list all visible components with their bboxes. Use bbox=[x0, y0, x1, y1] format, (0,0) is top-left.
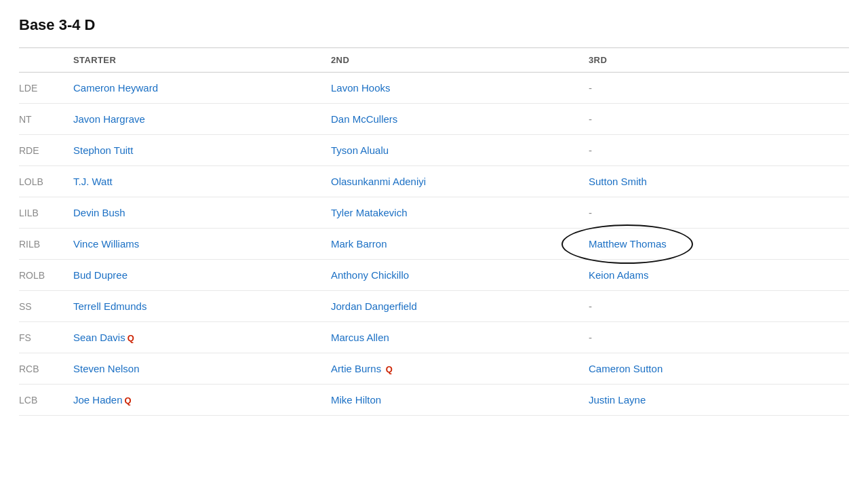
second-cell: Mike Hilton bbox=[331, 385, 589, 416]
starter-name[interactable]: Vince Williams bbox=[73, 238, 139, 250]
third-cell: - bbox=[589, 291, 849, 322]
third-name[interactable]: Matthew Thomas bbox=[589, 238, 667, 250]
second-cell: Artie Burns Q bbox=[331, 353, 589, 385]
col-header-starter: STARTER bbox=[73, 48, 331, 73]
starter-cell: Stephon Tuitt bbox=[73, 135, 331, 166]
starter-name[interactable]: Joe Haden bbox=[73, 394, 123, 406]
second-cell: Marcus Allen bbox=[331, 322, 589, 353]
starter-name[interactable]: Stephon Tuitt bbox=[73, 144, 133, 156]
third-cell: Cameron Sutton bbox=[589, 353, 849, 385]
position-cell: RDE bbox=[19, 135, 73, 166]
table-row: SSTerrell EdmundsJordan Dangerfield- bbox=[19, 291, 849, 322]
q-badge: Q bbox=[125, 395, 132, 406]
starter-cell: Joe HadenQ bbox=[73, 385, 331, 416]
dash: - bbox=[589, 207, 592, 218]
table-row: LCBJoe HadenQMike HiltonJustin Layne bbox=[19, 385, 849, 416]
position-cell: RCB bbox=[19, 353, 73, 385]
position-cell: LDE bbox=[19, 73, 73, 104]
position-cell: LOLB bbox=[19, 166, 73, 197]
position-cell: NT bbox=[19, 104, 73, 135]
third-name[interactable]: Sutton Smith bbox=[589, 176, 647, 187]
starter-cell: Vince Williams bbox=[73, 229, 331, 260]
starter-name[interactable]: Devin Bush bbox=[73, 207, 125, 218]
starter-name[interactable]: Steven Nelson bbox=[73, 363, 140, 374]
third-cell: Keion Adams bbox=[589, 260, 849, 291]
starter-cell: Terrell Edmunds bbox=[73, 291, 331, 322]
third-cell: - bbox=[589, 135, 849, 166]
table-row: LDECameron HeywardLavon Hooks- bbox=[19, 73, 849, 104]
position-cell: SS bbox=[19, 291, 73, 322]
starter-name[interactable]: Sean Davis bbox=[73, 332, 125, 343]
table-row: FSSean DavisQMarcus Allen- bbox=[19, 322, 849, 353]
dash: - bbox=[589, 144, 592, 156]
third-cell: - bbox=[589, 322, 849, 353]
second-name[interactable]: Tyler Matakevich bbox=[331, 207, 408, 218]
col-header-2nd: 2ND bbox=[331, 48, 589, 73]
position-cell: ROLB bbox=[19, 260, 73, 291]
q-badge: Q bbox=[127, 333, 134, 343]
second-name[interactable]: Olasunkanmi Adeniyi bbox=[331, 176, 426, 187]
third-cell: - bbox=[589, 73, 849, 104]
starter-cell: Javon Hargrave bbox=[73, 104, 331, 135]
starter-cell: Devin Bush bbox=[73, 197, 331, 229]
table-row: ROLBBud DupreeAnthony ChickilloKeion Ada… bbox=[19, 260, 849, 291]
second-name[interactable]: Lavon Hooks bbox=[331, 82, 391, 94]
page-title: Base 3-4 D bbox=[19, 16, 849, 34]
starter-name[interactable]: T.J. Watt bbox=[73, 176, 113, 187]
second-name[interactable]: Dan McCullers bbox=[331, 113, 397, 125]
starter-cell: Cameron Heyward bbox=[73, 73, 331, 104]
second-cell: Olasunkanmi Adeniyi bbox=[331, 166, 589, 197]
starter-name[interactable]: Bud Dupree bbox=[73, 269, 127, 281]
second-name[interactable]: Mike Hilton bbox=[331, 394, 381, 406]
second-name[interactable]: Jordan Dangerfield bbox=[331, 300, 417, 312]
position-cell: LILB bbox=[19, 197, 73, 229]
q-badge: Q bbox=[383, 364, 393, 374]
second-cell: Anthony Chickillo bbox=[331, 260, 589, 291]
second-name[interactable]: Artie Burns bbox=[331, 363, 381, 374]
dash: - bbox=[589, 332, 592, 343]
second-name[interactable]: Tyson Alualu bbox=[331, 144, 389, 156]
second-name[interactable]: Marcus Allen bbox=[331, 332, 389, 343]
position-cell: RILB bbox=[19, 229, 73, 260]
depth-chart-table: STARTER 2ND 3RD LDECameron HeywardLavon … bbox=[19, 47, 849, 416]
table-row: RILBVince WilliamsMark BarronMatthew Tho… bbox=[19, 229, 849, 260]
third-name[interactable]: Cameron Sutton bbox=[589, 363, 663, 374]
circled-player: Matthew Thomas bbox=[589, 238, 667, 250]
table-row: LOLBT.J. WattOlasunkanmi AdeniyiSutton S… bbox=[19, 166, 849, 197]
third-cell: Sutton Smith bbox=[589, 166, 849, 197]
second-cell: Dan McCullers bbox=[331, 104, 589, 135]
third-name[interactable]: Justin Layne bbox=[589, 394, 646, 406]
table-row: RDEStephon TuittTyson Alualu- bbox=[19, 135, 849, 166]
starter-name[interactable]: Cameron Heyward bbox=[73, 82, 158, 94]
dash: - bbox=[589, 82, 592, 94]
second-cell: Lavon Hooks bbox=[331, 73, 589, 104]
table-row: NTJavon HargraveDan McCullers- bbox=[19, 104, 849, 135]
starter-name[interactable]: Terrell Edmunds bbox=[73, 300, 146, 312]
col-header-3rd: 3RD bbox=[589, 48, 849, 73]
col-header-position bbox=[19, 48, 73, 73]
second-cell: Tyson Alualu bbox=[331, 135, 589, 166]
third-name[interactable]: Keion Adams bbox=[589, 269, 648, 281]
second-name[interactable]: Mark Barron bbox=[331, 238, 387, 250]
third-cell: Justin Layne bbox=[589, 385, 849, 416]
second-cell: Jordan Dangerfield bbox=[331, 291, 589, 322]
third-cell: - bbox=[589, 104, 849, 135]
second-cell: Tyler Matakevich bbox=[331, 197, 589, 229]
starter-cell: Bud Dupree bbox=[73, 260, 331, 291]
second-name[interactable]: Anthony Chickillo bbox=[331, 269, 409, 281]
position-cell: FS bbox=[19, 322, 73, 353]
dash: - bbox=[589, 300, 592, 312]
table-header-row: STARTER 2ND 3RD bbox=[19, 48, 849, 73]
starter-name[interactable]: Javon Hargrave bbox=[73, 113, 145, 125]
third-cell: Matthew Thomas bbox=[589, 229, 849, 260]
dash: - bbox=[589, 113, 592, 125]
table-row: LILBDevin BushTyler Matakevich- bbox=[19, 197, 849, 229]
table-row: RCBSteven NelsonArtie Burns QCameron Sut… bbox=[19, 353, 849, 385]
position-cell: LCB bbox=[19, 385, 73, 416]
starter-cell: Sean DavisQ bbox=[73, 322, 331, 353]
third-cell: - bbox=[589, 197, 849, 229]
starter-cell: Steven Nelson bbox=[73, 353, 331, 385]
second-cell: Mark Barron bbox=[331, 229, 589, 260]
starter-cell: T.J. Watt bbox=[73, 166, 331, 197]
